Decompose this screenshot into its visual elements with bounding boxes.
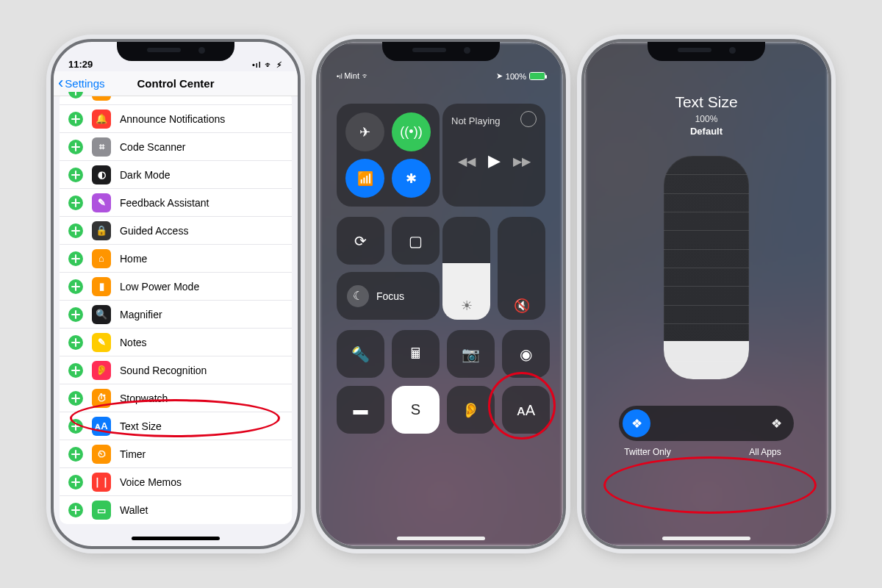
row-wallet[interactable]: ▭Wallet	[60, 496, 292, 524]
add-button[interactable]	[68, 251, 83, 266]
row-low-power-mode-icon: ▮	[92, 277, 111, 296]
scope-label-left: Twitter Only	[614, 447, 681, 457]
stack-icon: ❖	[771, 416, 782, 431]
brightness-slider[interactable]: ☀	[442, 217, 490, 320]
row-label: Low Power Mode	[120, 281, 199, 293]
add-button[interactable]	[68, 335, 83, 350]
wifi-button[interactable]: 📶	[345, 159, 384, 198]
notch	[117, 39, 234, 61]
row-guided-access-icon: 🔒	[92, 221, 111, 240]
text-size-subtitle: Default	[675, 126, 737, 137]
row-label: Guided Access	[120, 225, 188, 237]
airplay-icon[interactable]	[520, 111, 537, 127]
scope-toggle[interactable]: ❖ ❖	[619, 406, 794, 441]
row-stopwatch[interactable]: ⏱Stopwatch	[60, 384, 292, 412]
screen-record-tile[interactable]: ◉	[502, 330, 550, 378]
apple-tv-remote-tile[interactable]: ▬	[337, 386, 384, 434]
connectivity-tile[interactable]: ✈ ((•)) 📶 ✱	[337, 104, 440, 207]
play-button[interactable]: ▶	[488, 151, 501, 171]
text-size-tile[interactable]: ᴀA	[502, 386, 550, 434]
row-text-size-icon: ᴀA	[92, 417, 111, 436]
add-button[interactable]	[68, 279, 83, 294]
row-label: Text Size	[120, 420, 162, 432]
row-feedback-assistant[interactable]: ✎Feedback Assistant	[60, 189, 292, 217]
add-button[interactable]	[68, 196, 83, 210]
hearing-icon: 👂	[462, 401, 480, 419]
stepper-tick	[664, 286, 749, 287]
row-code-scanner[interactable]: ⌗Code Scanner	[60, 133, 292, 161]
camera-tile[interactable]: 📷	[447, 330, 495, 378]
airplane-mode-button[interactable]: ✈	[345, 112, 384, 151]
notch	[382, 39, 500, 61]
add-button[interactable]	[68, 140, 83, 154]
row-dark-mode[interactable]: ◐Dark Mode	[60, 161, 292, 189]
shazam-icon: S	[411, 401, 420, 418]
add-button[interactable]	[68, 447, 83, 462]
home-indicator[interactable]	[662, 537, 750, 540]
home-indicator[interactable]	[397, 537, 485, 540]
row-notes[interactable]: ✎Notes	[60, 329, 292, 356]
stepper-tick	[664, 212, 749, 212]
add-button[interactable]	[68, 223, 83, 238]
scope-twitter-only[interactable]: ❖	[623, 409, 650, 437]
forward-button[interactable]: ▶▶	[513, 154, 531, 168]
row-magnifier-icon: 🔍	[92, 305, 111, 324]
status-right: ➤ 100%	[496, 71, 545, 81]
add-button[interactable]	[68, 112, 83, 126]
battery-icon	[529, 72, 545, 80]
add-button[interactable]	[68, 92, 83, 98]
row-guided-access[interactable]: 🔒Guided Access	[60, 217, 292, 245]
add-button[interactable]	[68, 475, 83, 490]
row-text-size[interactable]: ᴀAText Size	[60, 412, 292, 440]
bluetooth-button[interactable]: ✱	[392, 159, 431, 198]
text-size-percent: 100%	[675, 114, 737, 124]
add-button[interactable]	[68, 168, 83, 182]
row-wallet-icon: ▭	[92, 501, 111, 520]
back-button[interactable]: ‹ Settings	[54, 76, 105, 91]
mute-icon: 🔇	[498, 298, 545, 314]
add-button[interactable]	[68, 503, 83, 517]
media-tile[interactable]: Not Playing ◀◀ ▶ ▶▶	[442, 104, 545, 207]
row-voice-memos[interactable]: ❘❘Voice Memos	[60, 468, 292, 496]
rotation-lock-button[interactable]: ⟳	[337, 217, 384, 265]
bluetooth-icon: ✱	[406, 171, 417, 187]
chevron-left-icon: ‹	[58, 75, 63, 91]
row-label: Voice Memos	[120, 476, 182, 488]
tiles-row-1: 🔦🖩📷◉	[337, 330, 550, 378]
add-button[interactable]	[68, 363, 83, 378]
screen-mirroring-button[interactable]: ▢	[392, 217, 440, 265]
back-label: Settings	[65, 77, 104, 90]
row-magnifier[interactable]: 🔍Magnifier	[60, 301, 292, 329]
row-low-power-mode[interactable]: ▮Low Power Mode	[60, 273, 292, 301]
row-sound-recognition[interactable]: 👂Sound Recognition	[60, 356, 292, 384]
battery-pct: 100%	[506, 72, 526, 81]
home-indicator[interactable]	[132, 537, 220, 540]
rewind-button[interactable]: ◀◀	[458, 154, 476, 168]
add-button[interactable]	[68, 307, 83, 322]
scope-labels: Twitter Only All Apps	[614, 447, 798, 457]
cellular-button[interactable]: ((•))	[392, 112, 431, 151]
row-home[interactable]: ⌂Home	[60, 245, 292, 273]
row-code-scanner-icon: ⌗	[92, 137, 111, 157]
scope-label-right: All Apps	[732, 447, 798, 457]
scope-all-apps[interactable]: ❖	[762, 409, 790, 437]
calculator-tile[interactable]: 🖩	[392, 330, 440, 378]
hearing-tile[interactable]: 👂	[447, 386, 495, 434]
flashlight-tile[interactable]: 🔦	[337, 330, 384, 378]
row-label: Feedback Assistant	[120, 197, 209, 209]
text-size-title: Text Size	[675, 93, 737, 111]
text-size-slider[interactable]	[664, 156, 749, 379]
row-label: Stopwatch	[120, 392, 168, 404]
shazam-tile[interactable]: S	[392, 386, 440, 434]
row-timer[interactable]: ⏲Timer	[60, 440, 292, 468]
add-button[interactable]	[68, 419, 83, 434]
status-bar: •ıl Mint ᯤ ➤ 100%	[337, 71, 545, 81]
add-button[interactable]	[68, 391, 83, 406]
stepper-tick	[664, 268, 749, 268]
controls-list[interactable]: ⏰Alarm🔔Announce Notifications⌗Code Scann…	[60, 92, 292, 524]
cellular-icon: ((•))	[400, 124, 422, 140]
focus-tile[interactable]: ☾ Focus	[337, 272, 440, 320]
row-announce-notifications-icon: 🔔	[92, 110, 111, 129]
volume-slider[interactable]: 🔇	[498, 217, 545, 320]
row-announce-notifications[interactable]: 🔔Announce Notifications	[60, 105, 292, 133]
